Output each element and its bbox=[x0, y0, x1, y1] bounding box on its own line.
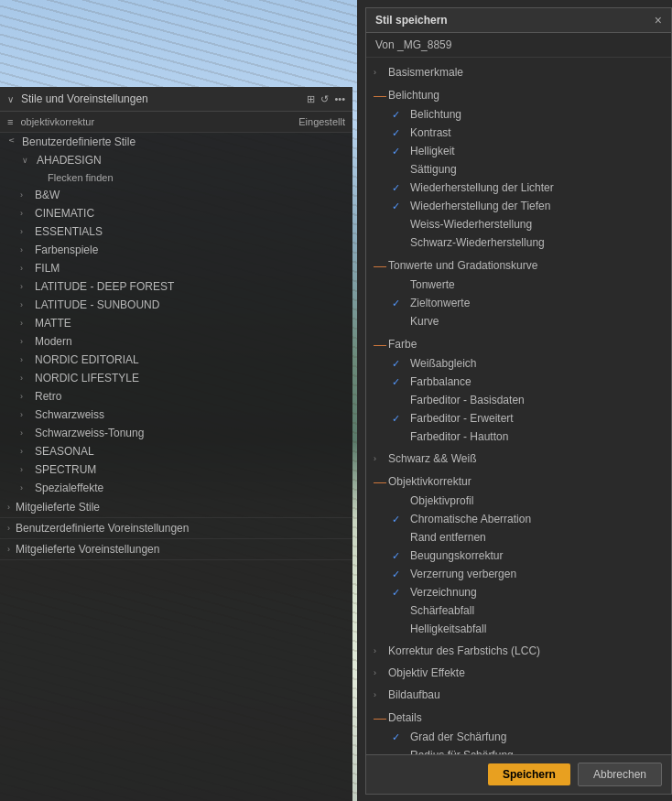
section-label: Schwarz && Weiß bbox=[388, 452, 476, 465]
section-header[interactable]: — Details bbox=[366, 708, 671, 728]
section-label: Benutzerdefinierte Stile bbox=[22, 135, 135, 148]
dialog-list-item[interactable]: ✓ Kontrast bbox=[366, 124, 671, 142]
section-benutzerdefinierte-stile[interactable]: ∨ Benutzerdefinierte Stile bbox=[0, 133, 352, 151]
section-header[interactable]: › Korrektur des Farbstichs (LCC) bbox=[366, 642, 671, 660]
check-icon: ✓ bbox=[392, 514, 405, 525]
dialog-list-item[interactable]: ✓ Wiederherstellung der Tiefen bbox=[366, 197, 671, 215]
list-item[interactable]: › LATITUDE - SUNBOUND bbox=[0, 296, 352, 314]
dialog-list-item[interactable]: ✓ Weißabgleich bbox=[366, 354, 671, 373]
dialog-list-item[interactable]: Sättigung bbox=[366, 160, 671, 179]
dialog-list-item[interactable]: Kurve bbox=[366, 312, 671, 330]
item-label: ESSENTIALS bbox=[35, 225, 103, 238]
check-icon: ✓ bbox=[392, 413, 405, 425]
section-header[interactable]: › Objektiv Effekte bbox=[366, 664, 671, 682]
item-label: Schärfeabfall bbox=[410, 604, 474, 617]
dialog-list-item[interactable]: ✓ Farbbalance bbox=[366, 373, 671, 391]
list-item[interactable]: › NORDIC EDITORIAL bbox=[0, 351, 352, 369]
list-item[interactable]: › MATTE bbox=[0, 314, 352, 332]
list-item[interactable]: › Spezialeffekte bbox=[0, 479, 352, 497]
close-button[interactable]: × bbox=[655, 14, 662, 27]
dialog-title: Stil speichern bbox=[375, 14, 448, 27]
section-header[interactable]: › Basismerkmale bbox=[366, 63, 671, 81]
list-item[interactable]: › FILM bbox=[0, 259, 352, 277]
dialog-list-item[interactable]: ✓ Wiederherstellung der Lichter bbox=[366, 179, 671, 197]
section-label: Mitgelieferte Stile bbox=[16, 501, 100, 514]
dialog-list-item[interactable]: Helligkeitsabfall bbox=[366, 620, 671, 638]
dialog-list-item[interactable]: ✓ Belichtung bbox=[366, 105, 671, 124]
dialog-list-item[interactable]: ✓ Grad der Schärfung bbox=[366, 728, 671, 746]
list-item[interactable]: › Farbenspiele bbox=[0, 241, 352, 259]
dialog-list-item[interactable]: ✓ Helligkeit bbox=[366, 142, 671, 160]
left-panel: ∨ Stile und Voreinstellungen ⊞ ↺ ••• ≡ o… bbox=[0, 87, 352, 801]
section-benutzerdefinierte-voreinstellungen[interactable]: › Benutzerdefinierte Voreinstellungen bbox=[0, 518, 352, 539]
item-label: Schwarz-Wiederherstellung bbox=[410, 236, 545, 249]
section-header[interactable]: — Tonwerte und Gradationskurve bbox=[366, 255, 671, 276]
list-item[interactable]: › Schwarzweiss bbox=[0, 406, 352, 424]
chevron-icon: › bbox=[20, 227, 29, 236]
collapse-icon[interactable]: ∨ bbox=[7, 94, 14, 104]
refresh-icon[interactable]: ↺ bbox=[320, 93, 329, 105]
dialog-list-item[interactable]: Weiss-Wiederherstellung bbox=[366, 215, 671, 233]
section-header[interactable]: › Schwarz && Weiß bbox=[366, 449, 671, 468]
list-item[interactable]: › SPECTRUM bbox=[0, 460, 352, 479]
item-label: Spezialeffekte bbox=[35, 482, 103, 494]
panel-title: ∨ Stile und Voreinstellungen bbox=[7, 92, 148, 105]
item-label: Farbenspiele bbox=[35, 244, 98, 256]
cancel-button[interactable]: Abbrechen bbox=[578, 763, 662, 786]
dialog-list-item[interactable]: Schärfeabfall bbox=[366, 601, 671, 620]
save-button[interactable]: Speichern bbox=[488, 763, 570, 785]
dialog-list-item[interactable]: Radius für Schärfung bbox=[366, 746, 671, 754]
section-header[interactable]: › Bildaufbau bbox=[366, 686, 671, 704]
dialog-list-item[interactable]: Rand entfernen bbox=[366, 528, 671, 547]
list-item[interactable]: › LATITUDE - DEEP FOREST bbox=[0, 277, 352, 296]
list-item[interactable]: › Retro bbox=[0, 387, 352, 406]
section-label: Farbe bbox=[388, 338, 417, 351]
more-icon[interactable]: ••• bbox=[334, 93, 345, 104]
section-header[interactable]: — Farbe bbox=[366, 334, 671, 354]
check-icon: ✓ bbox=[392, 182, 405, 194]
item-label: Farbbalance bbox=[410, 375, 471, 388]
chevron-icon: › bbox=[20, 264, 29, 273]
item-label: Verzerrung verbergen bbox=[410, 568, 516, 580]
item-label: Beugungskorrektur bbox=[410, 549, 503, 562]
filter-label: objektivkorrektur bbox=[20, 116, 94, 127]
list-item[interactable]: › Schwarzweiss-Tonung bbox=[0, 424, 352, 442]
dialog-list-item[interactable]: ✓ Verzerrung verbergen bbox=[366, 565, 671, 583]
dialog-list-item[interactable]: ✓ Farbeditor - Erweitert bbox=[366, 409, 671, 428]
list-item[interactable]: › NORDIC LIFESTYLE bbox=[0, 369, 352, 387]
item-label: B&W bbox=[35, 189, 60, 201]
dialog-list-item[interactable]: Schwarz-Wiederherstellung bbox=[366, 233, 671, 252]
dialog-list-item[interactable]: ✓ Zieltonwerte bbox=[366, 294, 671, 312]
list-item[interactable]: › B&W bbox=[0, 186, 352, 204]
section-label: Objektivkorrektur bbox=[388, 475, 471, 488]
dialog-list-item[interactable]: ✓ Beugungskorrektur bbox=[366, 547, 671, 565]
list-item[interactable]: › CINEMATIC bbox=[0, 204, 352, 222]
item-label: Grad der Schärfung bbox=[410, 731, 506, 743]
chevron-icon: › bbox=[20, 392, 29, 401]
dialog-list-item[interactable]: Objektivprofil bbox=[366, 492, 671, 510]
dialog-list-item[interactable]: Farbeditor - Hautton bbox=[366, 428, 671, 446]
section-mitgelieferte-voreinstellungen[interactable]: › Mitgelieferte Voreinstellungen bbox=[0, 539, 352, 560]
item-label: Rand entfernen bbox=[410, 531, 486, 544]
section-header[interactable]: — Belichtung bbox=[366, 85, 671, 105]
item-label: Helligkeitsabfall bbox=[410, 622, 486, 635]
item-label: Farbeditor - Basisdaten bbox=[410, 394, 525, 406]
dialog-list-item[interactable]: Tonwerte bbox=[366, 276, 671, 294]
subsection-ahadesign[interactable]: ∨ AHADESIGN bbox=[15, 151, 352, 169]
list-item[interactable]: › ESSENTIALS bbox=[0, 222, 352, 241]
section-header[interactable]: — Objektivkorrektur bbox=[366, 471, 671, 492]
item-label: Kontrast bbox=[410, 126, 451, 139]
list-item[interactable]: › Modern bbox=[0, 332, 352, 351]
dash-icon: — bbox=[374, 88, 385, 103]
item-label: MATTE bbox=[35, 317, 71, 330]
check-icon: ✓ bbox=[392, 731, 405, 743]
add-icon[interactable]: ⊞ bbox=[307, 93, 315, 105]
section-mitgelieferte-stile[interactable]: › Mitgelieferte Stile bbox=[0, 497, 352, 518]
list-item[interactable]: › SEASONAL bbox=[0, 442, 352, 460]
list-item[interactable]: Flecken finden bbox=[15, 169, 352, 186]
check-icon: ✓ bbox=[392, 358, 405, 370]
section-label: Belichtung bbox=[388, 89, 439, 102]
dialog-list-item[interactable]: Farbeditor - Basisdaten bbox=[366, 391, 671, 409]
dialog-list-item[interactable]: ✓ Chromatische Aberration bbox=[366, 510, 671, 528]
dialog-list-item[interactable]: ✓ Verzeichnung bbox=[366, 583, 671, 601]
